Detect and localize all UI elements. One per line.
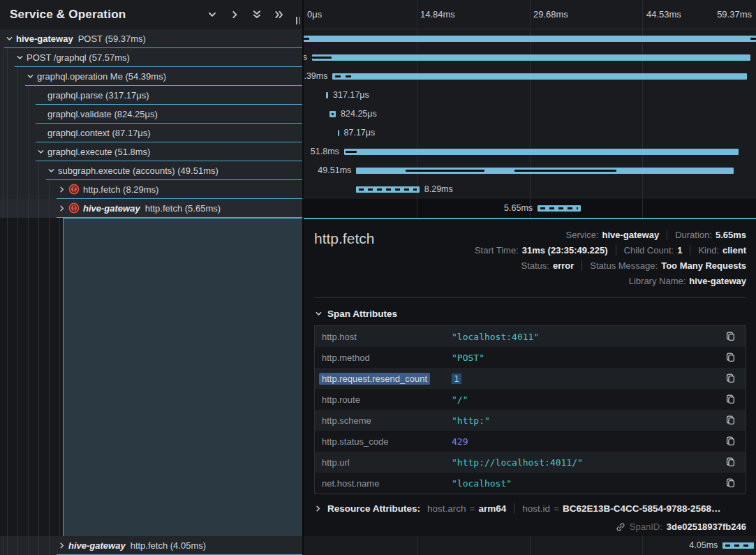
- chevron-down-icon[interactable]: [16, 54, 24, 61]
- resource-divider: [514, 503, 514, 514]
- expand-one-icon[interactable]: [230, 10, 239, 20]
- expand-all-icon[interactable]: [274, 10, 284, 20]
- span-bar[interactable]: [304, 36, 756, 42]
- indent-guides: [0, 48, 15, 67]
- span-row-content: hive-gatewayhttp.fetch (4.05ms): [57, 536, 302, 555]
- meta-value: 1: [677, 245, 682, 256]
- span-tree-row[interactable]: subgraph.execute (accounts) (49.51ms): [0, 161, 302, 180]
- attribute-key-text: http.route: [322, 394, 360, 405]
- timeline-row[interactable]: 5.65ms: [304, 199, 756, 218]
- span-meta: Service:hive-gatewayDuration:5.65msStart…: [374, 227, 746, 288]
- timeline-row[interactable]: 57.57ms: [304, 48, 756, 67]
- timeline-row[interactable]: [304, 29, 756, 48]
- span-tree-row[interactable]: hive-gatewayhttp.fetch (4.05ms): [0, 536, 302, 555]
- span-bar[interactable]: [722, 542, 753, 549]
- span-bar[interactable]: [332, 73, 747, 80]
- indent-guides: [0, 67, 25, 86]
- attribute-key-text: net.host.name: [322, 478, 379, 489]
- span-bar[interactable]: [329, 111, 336, 117]
- span-bar[interactable]: [344, 149, 739, 155]
- chevron-down-icon[interactable]: [47, 167, 55, 175]
- timeline-row[interactable]: 824.25μs: [304, 105, 756, 124]
- copy-icon[interactable]: [725, 436, 736, 447]
- axis-tick-label: 59.37ms: [717, 9, 752, 20]
- trace-viewer: Service & Operation hive-gatewayPOST (59…: [0, 0, 756, 555]
- chevron-down-icon[interactable]: [6, 35, 13, 43]
- self-time-mark: [406, 170, 484, 172]
- resource-attributes-label: Resource Attributes:: [327, 503, 420, 514]
- timeline-panel: 0μs14.84ms29.68ms44.53ms59.37ms 57.57ms5…: [304, 0, 756, 555]
- attribute-value: "http:": [452, 415, 725, 426]
- attribute-key-text: http.host: [322, 332, 357, 342]
- resource-attributes-items: host.arch=arm64host.id=BC62E13B-C4CC-585…: [427, 503, 721, 514]
- duration-label: 49.51ms: [318, 165, 351, 175]
- span-tree-row[interactable]: hive-gatewayPOST (59.37ms): [0, 29, 302, 48]
- self-time-mark: [514, 170, 616, 172]
- span-detail-panel: http.fetch Service:hive-gatewayDuration:…: [304, 218, 756, 536]
- span-row-content: graphql.parse (317.17μs): [36, 86, 302, 105]
- span-tree-row[interactable]: POST /graphql (57.57ms): [0, 48, 302, 67]
- chevron-right-icon[interactable]: [58, 205, 66, 212]
- attribute-value-text: "http:": [452, 415, 490, 426]
- resource-attributes-row[interactable]: Resource Attributes: host.arch=arm64host…: [314, 503, 746, 514]
- chevron-down-icon[interactable]: [27, 73, 34, 80]
- span-tree-row[interactable]: graphql.validate (824.25μs): [0, 105, 302, 124]
- indent-guides: [0, 536, 57, 555]
- attribute-row: net.host.name"localhost": [315, 473, 746, 494]
- chevron-right-icon[interactable]: [58, 542, 66, 549]
- chevron-right-icon[interactable]: [58, 186, 66, 193]
- span-tree-row[interactable]: graphql.context (87.17μs): [0, 124, 302, 142]
- indent-guides: [0, 124, 36, 142]
- span-bar[interactable]: [356, 186, 419, 193]
- span-tree-row[interactable]: http.fetch (8.29ms): [0, 180, 302, 199]
- attribute-row: http.host"localhost:4011": [315, 326, 746, 347]
- detail-meta-line: Library Name:hive-gateway: [629, 273, 746, 288]
- chevron-down-icon[interactable]: [37, 148, 45, 156]
- copy-icon[interactable]: [725, 415, 736, 426]
- span-tree-row[interactable]: graphql.parse (317.17μs): [0, 86, 302, 105]
- indent-guides: [0, 105, 36, 124]
- span-tree-row[interactable]: hive-gatewayhttp.fetch (5.65ms): [0, 199, 302, 218]
- collapse-all-icon[interactable]: [252, 10, 262, 20]
- span-tree-row[interactable]: graphql.operation Me (54.39ms): [0, 67, 302, 86]
- span-bar[interactable]: [538, 205, 581, 212]
- duration-label: 824.25μs: [341, 109, 377, 119]
- timeline-bottom-row: 4.05ms: [304, 536, 756, 555]
- copy-icon[interactable]: [725, 478, 736, 489]
- toggle-spacer: [37, 110, 45, 118]
- span-row-content: graphql.operation Me (54.39ms): [25, 67, 302, 86]
- copy-icon[interactable]: [725, 394, 736, 405]
- span-attributes-header[interactable]: Span Attributes: [315, 309, 746, 319]
- timeline-row[interactable]: 317.17μs: [304, 86, 756, 105]
- span-bar[interactable]: [338, 130, 339, 136]
- timeline-row[interactable]: 54.39ms: [304, 67, 756, 86]
- axis-tick-label: 29.68ms: [533, 9, 568, 20]
- panel-resize-handle[interactable]: [296, 17, 300, 24]
- attribute-value-text: 429: [452, 436, 468, 447]
- copy-icon[interactable]: [725, 457, 736, 468]
- collapse-one-icon[interactable]: [207, 10, 217, 20]
- span-bar[interactable]: [326, 92, 328, 98]
- span-row-content: http.fetch (8.29ms): [57, 180, 302, 199]
- timeline-row[interactable]: 51.8ms: [304, 142, 756, 161]
- link-icon[interactable]: [616, 522, 625, 532]
- timeline-row[interactable]: 87.17μs: [304, 124, 756, 142]
- meta-divider: [616, 245, 616, 256]
- span-row-content: subgraph.execute (accounts) (49.51ms): [46, 161, 302, 180]
- attribute-key: http.route: [322, 394, 452, 405]
- attribute-row: http.status_code429: [315, 431, 746, 452]
- attribute-key: http.request.resend_count: [322, 373, 452, 384]
- copy-icon[interactable]: [725, 373, 736, 384]
- timeline-row[interactable]: 4.05ms: [304, 536, 756, 555]
- self-time-mark: [332, 113, 334, 115]
- span-bar[interactable]: [312, 54, 750, 61]
- chevron-right-icon: [314, 505, 322, 512]
- copy-icon[interactable]: [725, 352, 736, 363]
- span-tree-row[interactable]: graphql.execute (51.8ms): [0, 142, 302, 161]
- timeline-row[interactable]: 8.29ms: [304, 180, 756, 199]
- timeline-row[interactable]: 49.51ms: [304, 161, 756, 180]
- duration-label: 317.17μs: [333, 90, 369, 100]
- meta-value: hive-gateway: [602, 230, 660, 240]
- span-bar[interactable]: [356, 168, 733, 174]
- copy-icon[interactable]: [725, 331, 736, 342]
